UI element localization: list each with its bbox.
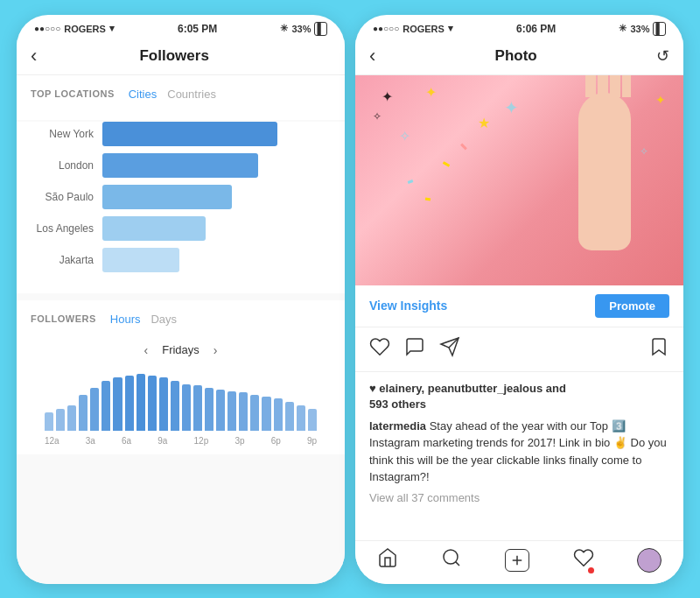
time-bar-12 (182, 384, 191, 431)
post-photo: ✦ ✧ ✦ ✧ ✦ ✧ ★ ✦ (355, 75, 683, 285)
view-insights-link[interactable]: View Insights (369, 299, 447, 313)
time-bar-23 (308, 409, 317, 431)
liker-names: elainery, peanutbutter_jealous (379, 382, 542, 395)
notification-dot (588, 567, 594, 573)
bookmark-button[interactable] (648, 336, 669, 362)
time-bar-18 (250, 395, 259, 431)
star-decoration: ✦ (382, 88, 393, 105)
time-bar-6 (113, 377, 122, 431)
signal-dots-right: ●●○○○ (373, 24, 399, 33)
star-decoration-4: ✧ (399, 128, 410, 144)
time-bar-15 (216, 390, 225, 431)
time-bar-17 (239, 392, 248, 430)
bar-row-london: London (31, 153, 331, 178)
search-tab[interactable] (441, 547, 462, 573)
back-button-right[interactable]: ‹ (369, 45, 375, 67)
next-period-button[interactable]: › (214, 343, 218, 357)
bar-row-saopaulo: São Paulo (31, 185, 331, 209)
page-title-followers: Followers (139, 47, 208, 65)
bar-jakarta (102, 248, 179, 272)
profile-tab[interactable] (637, 548, 662, 573)
battery-pct-right: 33% (630, 24, 649, 34)
time-bar-11 (171, 381, 179, 431)
carrier-name-right: ROGERS (402, 24, 444, 34)
finger-4 (622, 75, 631, 97)
time-bar-10 (159, 377, 168, 431)
back-button-left[interactable]: ‹ (31, 45, 37, 67)
time-bar-14 (205, 388, 214, 431)
top-locations-header: TOP LOCATIONS Cities Countries (31, 88, 331, 101)
time-label-9p: 9p (307, 436, 317, 446)
time-labels: 12a 3a 6a 9a 12p 3p 6p 9p (31, 434, 331, 454)
tab-hours[interactable]: Hours (110, 313, 141, 326)
bar-label-newyork: New York (31, 128, 94, 140)
heart-tab[interactable] (573, 547, 594, 573)
prev-period-button[interactable]: ‹ (144, 343, 149, 357)
bluetooth-icon-right: ✳ (619, 23, 626, 34)
bar-london (102, 153, 258, 178)
time-right: 6:06 PM (516, 23, 556, 35)
star-decoration-2: ✧ (373, 110, 382, 123)
home-tab[interactable] (377, 547, 398, 573)
bar-label-london: London (31, 159, 94, 172)
bar-saopaulo (102, 185, 232, 209)
star-decoration-3: ✦ (425, 84, 437, 101)
heart-icon (369, 336, 390, 357)
plus-icon (509, 552, 525, 568)
status-right-left: ✳ 33% ▌ (280, 22, 327, 36)
wifi-icon-right: ▾ (448, 23, 453, 34)
page-title-photo: Photo (495, 47, 537, 65)
time-bar-7 (125, 376, 134, 431)
comment-button[interactable] (404, 336, 425, 362)
current-period: Fridays (162, 343, 200, 356)
confetti-2 (408, 179, 414, 184)
carrier-name: ROGERS (64, 24, 106, 34)
share-button[interactable] (439, 336, 460, 362)
time-label-12a: 12a (45, 436, 60, 446)
finger-1 (585, 75, 596, 97)
nav-bar-right: ‹ Photo ↺ (355, 39, 683, 75)
battery-icon: ▌ (314, 22, 327, 36)
others-count: 593 others (369, 397, 426, 411)
confetti-3 (460, 143, 467, 150)
left-content: TOP LOCATIONS Cities Countries New York … (17, 75, 345, 584)
post-caption: latermedia Stay ahead of the year with o… (369, 418, 669, 486)
phones-container: ●●○○○ ROGERS ▾ 6:05 PM ✳ 33% ▌ ‹ Followe… (17, 15, 683, 584)
bar-newyork (102, 122, 277, 146)
top-locations-label: TOP LOCATIONS (31, 88, 115, 99)
status-left: ●●○○○ ROGERS ▾ (34, 23, 115, 34)
star-decoration-7: ★ (478, 115, 490, 131)
bar-row-losangeles: Los Angeles (31, 216, 331, 241)
comment-icon (404, 336, 425, 357)
time-tabs: Hours Days (110, 313, 177, 326)
like-button[interactable] (369, 336, 390, 362)
svg-point-2 (444, 550, 458, 564)
bar-label-jakarta: Jakarta (31, 254, 94, 266)
bar-label-losangeles: Los Angeles (31, 222, 94, 235)
wifi-icon: ▾ (109, 23, 115, 34)
location-tabs: Cities Countries (129, 88, 216, 101)
finger-3 (610, 75, 620, 97)
time-label-3a: 3a (86, 436, 95, 446)
post-content: ♥ elainery, peanutbutter_jealous and 593… (355, 372, 683, 540)
bottom-tab-bar (355, 540, 683, 584)
add-post-tab[interactable] (505, 549, 529, 572)
home-icon (377, 547, 398, 568)
view-comments-link[interactable]: View all 37 comments (369, 491, 669, 504)
time-bar-13 (193, 385, 202, 430)
status-right-right: ✳ 33% ▌ (619, 22, 666, 36)
time-bar-9 (148, 376, 157, 431)
bookmark-icon (648, 336, 669, 357)
refresh-button[interactable]: ↺ (656, 46, 669, 66)
tab-cities[interactable]: Cities (129, 88, 158, 101)
tab-days[interactable]: Days (150, 313, 177, 326)
tab-countries[interactable]: Countries (167, 88, 216, 101)
time-bar-8 (136, 374, 145, 431)
time-bar-20 (274, 398, 283, 431)
left-icons (369, 336, 460, 362)
promote-button[interactable]: Promote (595, 294, 669, 318)
followers-nav: ‹ Fridays › (31, 336, 331, 364)
status-bar-right: ●●○○○ ROGERS ▾ 6:06 PM ✳ 33% ▌ (355, 15, 683, 39)
nav-bar-left: ‹ Followers (17, 39, 345, 75)
share-icon (439, 336, 460, 357)
